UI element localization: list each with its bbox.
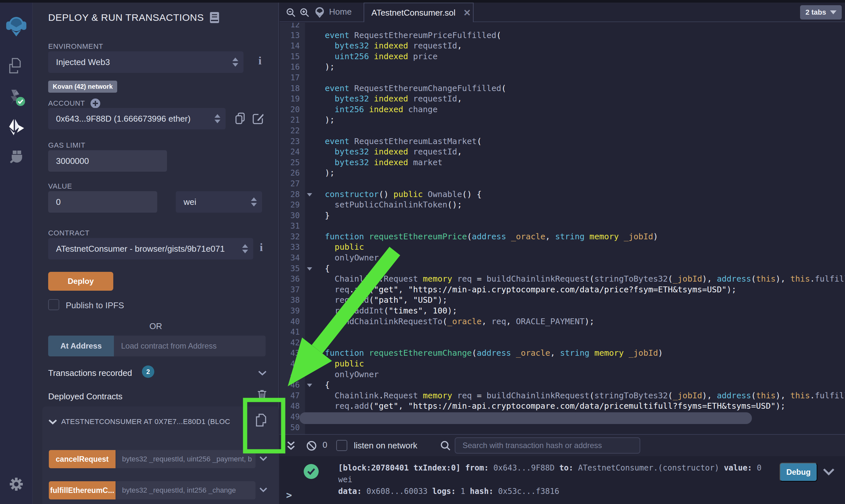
line-number[interactable]: 15	[280, 51, 305, 62]
tab-home[interactable]: Home	[329, 7, 351, 17]
line-number[interactable]: 32	[280, 232, 305, 242]
line-number[interactable]: 21	[280, 115, 305, 126]
home-tab-icon[interactable]	[314, 6, 325, 18]
zoom-in-icon[interactable]	[300, 8, 310, 18]
horizontal-scrollbar[interactable]	[299, 412, 752, 424]
line-number[interactable]: 20	[280, 104, 305, 115]
line-number[interactable]: 43	[280, 348, 305, 359]
line-number[interactable]: 36	[280, 274, 305, 285]
line-number[interactable]: 27	[280, 179, 305, 189]
solidity-compiler-icon[interactable]	[7, 88, 26, 107]
copy-contract-address-icon[interactable]	[255, 413, 268, 429]
publish-ipfs-checkbox[interactable]	[48, 299, 59, 310]
line-number[interactable]: 28	[280, 189, 305, 200]
line-number[interactable]: 41	[280, 327, 305, 338]
code-line: 20 int256 indexed change	[280, 104, 845, 115]
plugin-manager-icon[interactable]	[8, 149, 25, 166]
deploy-run-icon[interactable]	[7, 119, 25, 136]
fulfill-ethereum-chevron-icon[interactable]	[259, 487, 268, 492]
at-address-button[interactable]: At Address	[48, 336, 114, 356]
line-number[interactable]: 14	[280, 41, 305, 51]
terminal-search-input[interactable]: Search with transaction hash or address	[455, 437, 640, 454]
line-number[interactable]: 48	[280, 401, 305, 412]
edit-account-icon[interactable]	[253, 112, 264, 124]
line-number[interactable]: 12	[280, 23, 305, 30]
deploy-button[interactable]: Deploy	[48, 272, 113, 291]
line-number[interactable]: 18	[280, 83, 305, 94]
tab-active-file[interactable]: ATestnetConsumer.sol ✕	[364, 3, 473, 22]
transactions-chevron-icon[interactable]	[258, 370, 267, 376]
contract-select[interactable]: ATestnetConsumer - browser/gists/9b71e07…	[48, 238, 253, 259]
line-number[interactable]: 40	[280, 317, 305, 327]
trash-icon[interactable]	[257, 389, 267, 401]
value-amount: 0	[56, 197, 61, 207]
transactions-count-badge: 2	[142, 365, 154, 378]
contract-label: CONTRACT	[48, 229, 89, 237]
environment-info-icon[interactable]: i	[258, 55, 261, 67]
contract-info-icon[interactable]: i	[260, 241, 263, 254]
at-address-input[interactable]: Load contract from Address	[114, 336, 265, 356]
code-area[interactable]: 1213event RequestEthereumPriceFulfilled(…	[280, 23, 845, 434]
gas-limit-input[interactable]: 3000000	[48, 150, 167, 172]
deployed-contract-title[interactable]: ATESTNETCONSUMER AT 0X7E7...E80D1 (BLOCK…	[61, 417, 230, 426]
line-number[interactable]: 35	[280, 264, 305, 274]
add-account-icon[interactable]	[90, 98, 101, 109]
tabs-count-button[interactable]: 2 tabs	[800, 5, 842, 19]
close-tab-icon[interactable]: ✕	[463, 7, 471, 18]
line-number[interactable]: 50	[280, 422, 305, 433]
debug-button[interactable]: Debug	[780, 463, 817, 482]
terminal-prompt[interactable]: >	[286, 489, 292, 501]
line-number[interactable]: 37	[280, 285, 305, 295]
or-divider: OR	[33, 321, 279, 331]
zoom-out-icon[interactable]	[286, 8, 296, 18]
cancel-request-args-input[interactable]: bytes32 _requestId, uint256 _payment, b	[116, 450, 256, 468]
code-line: 31	[280, 221, 845, 232]
fulfill-ethereum-args-input[interactable]: bytes32 _requestId, int256 _change	[116, 481, 256, 500]
line-number[interactable]: 24	[280, 147, 305, 157]
transaction-log[interactable]: [block:20780401 txIndex:0] from: 0x643..…	[338, 462, 771, 497]
account-select[interactable]: 0x643...9F88D (1.666673996 ether)	[48, 108, 226, 129]
log-expand-chevron-icon[interactable]	[823, 468, 835, 476]
code-line: 47 Chainlink.Request memory req = buildC…	[280, 391, 845, 401]
line-number[interactable]: 22	[280, 126, 305, 136]
line-number[interactable]: 26	[280, 168, 305, 179]
network-badge: Kovan (42) network	[48, 80, 117, 93]
gas-limit-label: GAS LIMIT	[48, 141, 85, 149]
fold-arrow-icon[interactable]	[307, 384, 312, 387]
fulfill-ethereum-button[interactable]: fulfillEthereumC...	[49, 481, 116, 500]
line-number[interactable]: 31	[280, 221, 305, 232]
line-number[interactable]: 47	[280, 391, 305, 401]
environment-select[interactable]: Injected Web3	[48, 51, 243, 73]
fold-arrow-icon[interactable]	[307, 193, 312, 196]
docs-book-icon[interactable]	[210, 12, 219, 23]
line-number[interactable]: 39	[280, 306, 305, 317]
line-number[interactable]: 19	[280, 94, 305, 104]
copy-account-icon[interactable]	[235, 112, 245, 125]
line-number[interactable]: 23	[280, 136, 305, 147]
fold-arrow-icon[interactable]	[307, 267, 312, 271]
line-number[interactable]: 13	[280, 30, 305, 41]
line-number[interactable]: 17	[280, 73, 305, 83]
line-number[interactable]: 34	[280, 253, 305, 264]
expand-terminal-icon[interactable]	[286, 440, 296, 451]
remix-logo-icon[interactable]	[6, 16, 27, 37]
line-number[interactable]: 30	[280, 210, 305, 221]
line-number[interactable]: 16	[280, 62, 305, 73]
line-number[interactable]: 29	[280, 200, 305, 210]
clear-console-icon[interactable]	[306, 440, 317, 451]
settings-gear-icon[interactable]	[8, 476, 25, 492]
cancel-request-chevron-icon[interactable]	[259, 456, 268, 462]
value-unit-select[interactable]: wei	[176, 191, 262, 213]
line-number[interactable]: 25	[280, 157, 305, 168]
contract-expand-chevron-icon[interactable]	[48, 419, 57, 425]
line-number[interactable]: 38	[280, 295, 305, 306]
value-input[interactable]: 0	[48, 191, 157, 213]
listen-network-checkbox[interactable]	[336, 440, 347, 451]
line-number[interactable]: 42	[280, 338, 305, 348]
line-number[interactable]: 45	[280, 370, 305, 380]
line-number[interactable]: 46	[280, 380, 305, 391]
line-number[interactable]: 44	[280, 359, 305, 370]
line-number[interactable]: 33	[280, 242, 305, 253]
cancel-request-button[interactable]: cancelRequest	[49, 450, 116, 468]
file-explorer-icon[interactable]	[8, 57, 25, 74]
